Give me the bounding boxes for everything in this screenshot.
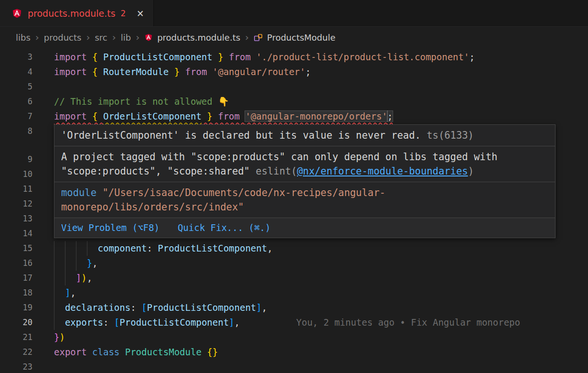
- code-text: declarations: [ProductListComponent],: [54, 300, 267, 315]
- line-number[interactable]: 17: [0, 271, 32, 285]
- code-token: import: [54, 66, 92, 77]
- breadcrumb: libs › products › src › lib › products.m…: [0, 27, 588, 48]
- code-line[interactable]: 15 component: ProductListComponent,: [0, 241, 588, 256]
- code-token: }: [54, 332, 59, 342]
- line-number[interactable]: 12: [0, 197, 32, 211]
- code-line[interactable]: 19 declarations: [ProductListComponent],: [0, 300, 588, 315]
- code-line[interactable]: 22export class ProductsModule {}: [0, 345, 588, 360]
- line-number[interactable]: 22: [0, 345, 32, 360]
- code-line[interactable]: 23: [0, 360, 588, 373]
- code-token: class: [92, 347, 125, 357]
- code-token: ]: [76, 273, 81, 283]
- line-number[interactable]: 5: [0, 79, 32, 94]
- code-line[interactable]: 4import { RouterModule } from '@angular/…: [0, 65, 588, 79]
- line-number[interactable]: 16: [0, 256, 32, 271]
- line-number[interactable]: 13: [0, 211, 32, 226]
- code-text: export class ProductsModule {}: [54, 345, 218, 360]
- code-token: ,: [87, 273, 92, 283]
- indent-guide: [65, 256, 65, 271]
- line-number[interactable]: 15: [0, 241, 32, 256]
- code-token: '@angular/router': [213, 66, 305, 77]
- code-line[interactable]: 16 },: [0, 256, 588, 271]
- hover-action-button[interactable]: Quick Fix... (⌘.): [178, 221, 270, 234]
- hover-actions: View Problem (⌥F8)Quick Fix... (⌘.): [54, 218, 555, 238]
- indent-guide: [87, 241, 87, 256]
- code-token: ]: [229, 317, 234, 328]
- code-token: './product-list/product-list.component': [256, 52, 469, 62]
- line-number[interactable]: 14: [0, 226, 32, 241]
- code-line[interactable]: 21}): [0, 330, 588, 345]
- code-text: ]),: [54, 271, 92, 285]
- indent-guide: [54, 315, 54, 330]
- hover-text: ): [468, 165, 474, 177]
- hover-link[interactable]: @nx/enforce-module-boundaries: [297, 165, 468, 177]
- code-token: {}: [207, 347, 218, 357]
- chevron-right-icon: ›: [35, 32, 39, 43]
- chevron-right-icon: ›: [112, 32, 116, 43]
- code-token: }: [202, 111, 213, 121]
- line-number[interactable]: 20: [0, 315, 32, 330]
- line-number[interactable]: 6: [0, 94, 32, 109]
- hover-text: ts(6133): [421, 130, 474, 141]
- hover-message: A project tagged with "scope:products" c…: [54, 146, 555, 182]
- code-token: ,: [70, 287, 75, 298]
- code-line[interactable]: 3import { ProductListComponent } from '.…: [0, 50, 588, 65]
- close-icon[interactable]: ×: [137, 8, 143, 19]
- breadcrumb-item-products[interactable]: products: [44, 33, 82, 43]
- code-token: RouterModule: [103, 66, 169, 77]
- code-line[interactable]: 6// This import is not allowed 👇: [0, 94, 588, 109]
- code-text: // This import is not allowed 👇: [54, 94, 229, 109]
- hover-tooltip: 'OrderListComponent' is declared but its…: [54, 124, 556, 238]
- class-symbol-icon: [254, 33, 263, 42]
- hover-text: "/Users/isaac/Documents/code/nx-recipes/…: [61, 187, 385, 213]
- code-line[interactable]: 5: [0, 79, 588, 94]
- code-token: ;: [387, 111, 393, 121]
- breadcrumb-file[interactable]: products.module.ts: [157, 33, 240, 43]
- hover-text: eslint(: [256, 165, 297, 177]
- line-number[interactable]: 21: [0, 330, 32, 345]
- tab-products-module[interactable]: products.module.ts 2 ×: [0, 0, 154, 26]
- code-token: }: [169, 66, 180, 77]
- code-text: import { RouterModule } from '@angular/r…: [54, 65, 311, 79]
- code-token: ;: [469, 52, 474, 62]
- hover-text: module: [61, 187, 102, 198]
- indent-guide: [54, 241, 54, 256]
- code-token: ]: [65, 287, 70, 298]
- code-token: :: [130, 302, 141, 313]
- line-number[interactable]: 8: [0, 124, 32, 139]
- code-token: }: [213, 52, 224, 62]
- breadcrumb-item-lib[interactable]: lib: [121, 33, 131, 43]
- code-token: :: [147, 243, 158, 253]
- code-token: from: [224, 52, 257, 62]
- breadcrumb-symbol[interactable]: ProductsModule: [267, 33, 335, 43]
- code-line[interactable]: 20 exports: [ProductListComponent],You, …: [0, 315, 588, 330]
- indent-guide: [54, 285, 54, 300]
- code-token: ,: [92, 258, 97, 268]
- code-token: ProductListComponent: [158, 243, 267, 253]
- line-number[interactable]: 7: [0, 109, 32, 124]
- code-token: from: [180, 66, 213, 77]
- code-text: exports: [ProductListComponent],You, 2 m…: [54, 315, 520, 330]
- indent-guide: [54, 271, 54, 285]
- code-line[interactable]: 17 ]),: [0, 271, 588, 285]
- angular-icon: [11, 8, 22, 19]
- line-number[interactable]: 11: [0, 182, 32, 197]
- indent-guide: [65, 241, 65, 256]
- line-number[interactable]: 19: [0, 300, 32, 315]
- breadcrumb-item-src[interactable]: src: [95, 33, 107, 43]
- hover-action-button[interactable]: View Problem (⌥F8): [61, 221, 160, 234]
- code-token: ProductListComponent: [147, 302, 257, 313]
- line-number[interactable]: 18: [0, 285, 32, 300]
- breadcrumb-item-libs[interactable]: libs: [16, 33, 31, 43]
- line-number[interactable]: 23: [0, 360, 32, 373]
- code-line[interactable]: 7import { OrderListComponent } from '@an…: [0, 109, 588, 124]
- hover-message: module "/Users/isaac/Documents/code/nx-r…: [54, 182, 555, 218]
- code-text: import { ProductListComponent } from './…: [54, 50, 475, 65]
- code-token: ProductsModule: [125, 347, 207, 357]
- angular-icon: [144, 33, 153, 42]
- line-number[interactable]: 3: [0, 50, 32, 65]
- line-number[interactable]: 9: [0, 152, 32, 167]
- line-number[interactable]: 10: [0, 167, 32, 182]
- line-number[interactable]: 4: [0, 65, 32, 79]
- code-line[interactable]: 18 ],: [0, 285, 588, 300]
